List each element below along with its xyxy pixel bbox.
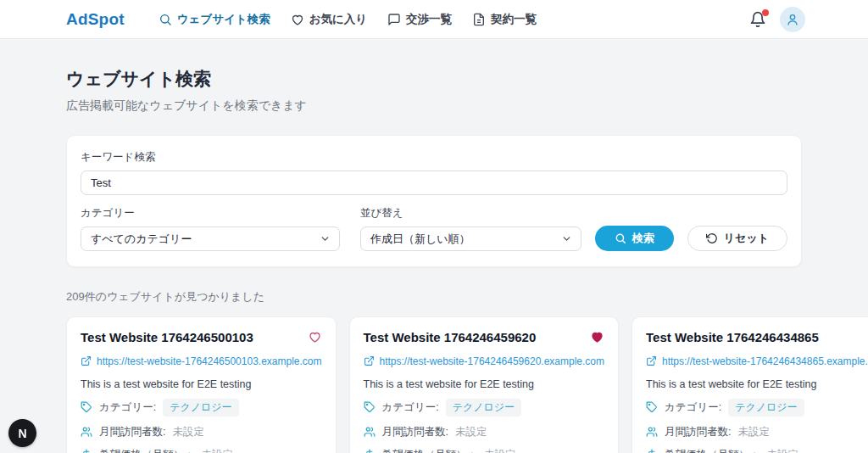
price-row: 希望価格（月額）： 未設定 [81, 448, 322, 453]
favorite-button[interactable] [590, 330, 604, 344]
visitors-value: 未設定 [172, 425, 204, 439]
users-icon [81, 426, 92, 438]
notifications-button[interactable] [749, 11, 766, 28]
dollar-icon [81, 449, 92, 453]
website-title: Test Website 1764246459620 [364, 330, 537, 346]
search-button-label: 検索 [632, 231, 654, 246]
category-select[interactable]: すべてのカテゴリー [81, 226, 340, 251]
category-label: カテゴリー: [665, 400, 721, 415]
page-title: ウェブサイト検索 [66, 67, 802, 91]
website-link[interactable]: https://test-website-1764246434865.examp… [646, 355, 868, 367]
category-label: カテゴリー: [99, 400, 156, 415]
website-link[interactable]: https://test-website-1764246500103.examp… [81, 355, 322, 367]
results-grid: Test Website 1764246500103 https://test-… [66, 316, 802, 453]
website-url: https://test-website-1764246459620.examp… [380, 355, 605, 367]
visitors-row: 月間訪問者数: 未設定 [364, 425, 605, 439]
heart-icon [590, 330, 604, 344]
visitors-row: 月間訪問者数: 未設定 [81, 425, 322, 439]
nav-item-contracts[interactable]: 契約一覧 [472, 12, 537, 27]
price-label: 希望価格（月額）： [665, 448, 760, 453]
category-label: カテゴリー: [382, 400, 439, 415]
keyword-label: キーワード検索 [81, 150, 787, 165]
nav-item-label: 交渉一覧 [406, 12, 452, 27]
sort-select[interactable]: 作成日（新しい順） [360, 226, 581, 251]
users-icon [364, 426, 376, 438]
category-row: カテゴリー: テクノロジー [364, 399, 605, 417]
favorite-button[interactable] [308, 330, 322, 344]
nav-item-negotiations[interactable]: 交渉一覧 [387, 12, 452, 27]
main-nav: ウェブサイト検索 お気に入り 交渉一覧 契約一覧 [159, 12, 537, 27]
search-icon [159, 13, 172, 26]
visitors-label: 月間訪問者数: [665, 425, 731, 439]
nav-item-website-search[interactable]: ウェブサイト検索 [159, 12, 270, 27]
chevron-down-icon [561, 233, 572, 244]
visitors-value: 未設定 [455, 425, 487, 439]
website-card: Test Website 1764246434865 https://test-… [632, 316, 868, 453]
nav-item-label: ウェブサイト検索 [177, 12, 270, 27]
reset-button-label: リセット [724, 231, 769, 246]
nav-right [749, 7, 805, 32]
brand-logo[interactable]: AdSpot [66, 10, 125, 29]
price-row: 希望価格（月額）： 未設定 [364, 448, 605, 453]
visitors-value: 未設定 [737, 425, 770, 439]
person-icon [786, 13, 799, 26]
price-label: 希望価格（月額）： [382, 448, 478, 453]
nav-item-label: 契約一覧 [491, 12, 537, 27]
results-count: 209件のウェブサイトが見つかりました [66, 289, 802, 305]
users-icon [646, 426, 658, 438]
search-button[interactable]: 検索 [595, 226, 674, 251]
tag-icon [364, 401, 376, 413]
website-link[interactable]: https://test-website-1764246459620.examp… [364, 355, 605, 367]
external-link-icon [364, 355, 375, 366]
heart-icon [308, 330, 322, 344]
category-row: カテゴリー: テクノロジー [81, 399, 322, 417]
website-url: https://test-website-1764246434865.examp… [662, 355, 868, 367]
website-title: Test Website 1764246434865 [646, 330, 819, 346]
category-selected-value: すべてのカテゴリー [91, 232, 192, 247]
sort-selected-value: 作成日（新しい順） [370, 232, 470, 247]
price-value: 未設定 [202, 448, 234, 453]
chevron-down-icon [320, 233, 331, 244]
notification-dot [762, 9, 769, 16]
category-row: カテゴリー: テクノロジー [646, 399, 868, 417]
keyword-input[interactable] [81, 171, 787, 195]
nav-item-label: お気に入り [309, 12, 367, 27]
nav-item-favorites[interactable]: お気に入り [291, 12, 367, 27]
visitors-label: 月間訪問者数: [382, 425, 448, 439]
website-title: Test Website 1764246500103 [81, 330, 253, 346]
category-value: テクノロジー [728, 399, 804, 417]
user-avatar[interactable] [780, 7, 805, 32]
category-label: カテゴリー [81, 206, 340, 221]
website-card: Test Website 1764246500103 https://test-… [66, 316, 337, 453]
page-subtitle: 広告掲載可能なウェブサイトを検索できます [66, 98, 802, 114]
price-value: 未設定 [484, 448, 516, 453]
main-content: ウェブサイト検索 広告掲載可能なウェブサイトを検索できます キーワード検索 カテ… [0, 39, 868, 453]
document-icon [472, 13, 486, 26]
navbar: AdSpot ウェブサイト検索 お気に入り 交渉一覧 契約一覧 [0, 0, 868, 39]
tag-icon [646, 401, 658, 413]
search-form-card: キーワード検索 カテゴリー すべてのカテゴリー 並び替え 作成日（新しい順） 検… [66, 135, 802, 267]
search-icon [615, 232, 626, 244]
price-label: 希望価格（月額）： [99, 448, 195, 453]
heart-icon [291, 13, 304, 26]
external-link-icon [81, 355, 92, 366]
reset-icon [706, 232, 718, 244]
visitors-row: 月間訪問者数: 未設定 [646, 425, 868, 439]
website-description: This is a test website for E2E testing [646, 378, 868, 390]
website-card: Test Website 1764246459620 https://test-… [349, 316, 620, 453]
dev-tools-badge[interactable]: N [8, 419, 36, 447]
price-row: 希望価格（月額）： 未設定 [646, 448, 868, 453]
chat-icon [387, 13, 401, 26]
reset-button[interactable]: リセット [687, 226, 787, 251]
sort-label: 並び替え [360, 206, 581, 221]
price-value: 未設定 [767, 448, 799, 453]
website-description: This is a test website for E2E testing [81, 378, 322, 390]
dollar-icon [646, 449, 658, 453]
dollar-icon [364, 449, 376, 453]
category-value: テクノロジー [446, 399, 521, 417]
category-value: テクノロジー [163, 399, 238, 417]
visitors-label: 月間訪問者数: [99, 425, 165, 439]
website-url: https://test-website-1764246500103.examp… [97, 355, 322, 367]
tag-icon [81, 401, 92, 413]
external-link-icon [646, 355, 657, 366]
